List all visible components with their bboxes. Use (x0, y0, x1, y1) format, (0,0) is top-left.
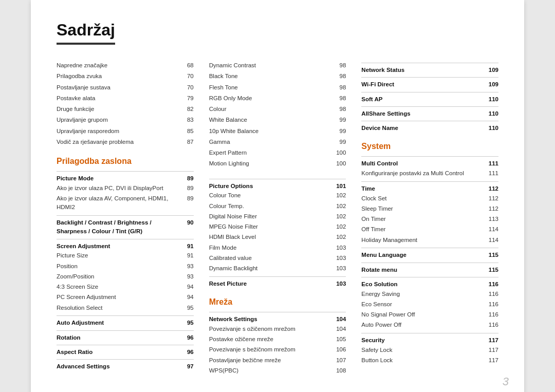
list-item: Povezivanje s bežičnom mrežom106 (209, 345, 346, 355)
list-item: Upravljanje rasporedom85 (57, 126, 194, 137)
divider-entry: Rotate menu115 (361, 263, 498, 274)
list-item: No Signal Power Off116 (361, 310, 498, 320)
divider-entry: Device Name110 (361, 121, 498, 133)
col1-section-heading: Prilagodba zaslona (57, 157, 194, 166)
list-item: White Balance99 (209, 115, 346, 125)
list-item: Postavke alata79 (57, 93, 194, 104)
divider-entry: Screen Adjustment91Picture Size91Positio… (57, 239, 194, 313)
divider-entry: Aspect Ratio96 (57, 345, 194, 357)
list-item: Auto Power Off116 (361, 320, 498, 330)
list-item: Ako je izvor ulaza AV, Component, HDMI1,… (57, 194, 194, 213)
list-item: Black Tone98 (209, 71, 346, 82)
list-item: Upravljanje grupom83 (57, 115, 194, 125)
divider-entry: Network Settings104Povezivanje s ožičeno… (209, 312, 346, 376)
list-item: 10p White Balance99 (209, 126, 346, 137)
col3-simple-list: Network Status109Wi-Fi Direct109Soft AP1… (361, 63, 498, 133)
columns-wrapper: Napredne značajke68Prilagodba zvuka70Pos… (57, 60, 498, 377)
divider-entry: Multi Control111Konfiguriranje postavki … (361, 156, 498, 179)
list-item: Ako je izvor ulaza PC, DVI ili DisplayPo… (57, 183, 194, 193)
list-item: Povezivanje s ožičenom mrežom104 (209, 324, 346, 334)
list-item: Button Lock117 (361, 356, 498, 366)
divider-entry: Time112Clock Set112Sleep Timer112On Time… (361, 181, 498, 246)
col1-simple-list: Napredne značajke68Prilagodba zvuka70Pos… (57, 60, 194, 147)
list-item: Prilagodba zvuka70 (57, 71, 194, 82)
col3: Network Status109Wi-Fi Direct109Soft AP1… (361, 60, 498, 377)
list-item: Dynamic Backlight103 (209, 264, 346, 274)
col2-network-dividers: Network Settings104Povezivanje s ožičeno… (209, 312, 346, 376)
divider-entry: Wi-Fi Direct109 (361, 77, 498, 89)
list-item: Gamma99 (209, 137, 346, 147)
list-item: Expert Pattern100 (209, 147, 346, 158)
list-item: HDMI Black Level102 (209, 232, 346, 242)
list-item: Zoom/Position93 (57, 271, 194, 282)
list-item: Calibrated value103 (209, 253, 346, 263)
divider-entry: Auto Adjustment95 (57, 315, 194, 327)
list-item: On Timer113 (361, 214, 498, 225)
list-item: Safety Lock117 (361, 345, 498, 355)
divider-entry: Soft AP110 (361, 92, 498, 104)
list-item: Clock Set112 (361, 193, 498, 203)
divider-entry: AllShare Settings110 (361, 106, 498, 118)
list-item: Vodič za rješavanje problema87 (57, 137, 194, 147)
divider-entry: Eco Solution116Energy Saving116Eco Senso… (361, 277, 498, 330)
col2: Dynamic Contrast98Black Tone98Flesh Tone… (209, 60, 362, 377)
list-item: Off Timer114 (361, 225, 498, 235)
col2-section-heading: Mreža (209, 297, 346, 307)
list-item: Energy Saving116 (361, 289, 498, 299)
divider-entry: Rotation96 (57, 330, 194, 342)
list-item: WPS(PBC)108 (209, 365, 346, 376)
col2-dividers: Picture Options101Colour Tone102Colour T… (209, 179, 346, 289)
list-item: Napredne značajke68 (57, 60, 194, 71)
col3-dividers: Multi Control111Konfiguriranje postavki … (361, 156, 498, 366)
col3-section-heading: System (361, 142, 498, 151)
list-item: RGB Only Mode98 (209, 93, 346, 104)
list-item: Holiday Management114 (361, 235, 498, 245)
divider-entry: Backlight / Contrast / Brightness / Shar… (57, 215, 194, 236)
divider-entry: Picture Mode89Ako je izvor ulaza PC, DVI… (57, 171, 194, 213)
list-item: 4:3 Screen Size94 (57, 282, 194, 292)
list-item: Postavke ožičene mreže105 (209, 334, 346, 345)
divider-entry: Reset Picture103 (209, 276, 346, 288)
list-item: Position93 (57, 261, 194, 271)
list-item: PC Screen Adjustment94 (57, 292, 194, 303)
col2-simple-list: Dynamic Contrast98Black Tone98Flesh Tone… (209, 60, 346, 170)
divider-entry: Security117Safety Lock117Button Lock117 (361, 333, 498, 366)
page-number: 3 (503, 375, 509, 388)
list-item: Postavljanje sustava70 (57, 82, 194, 93)
list-item: Postavljanje bežične mreže107 (209, 355, 346, 365)
divider-entry: Network Status109 (361, 63, 498, 74)
divider-entry: Menu Language115 (361, 248, 498, 259)
list-item: Motion Lighting100 (209, 158, 346, 169)
list-item: Film Mode103 (209, 242, 346, 253)
col1-dividers: Picture Mode89Ako je izvor ulaza PC, DVI… (57, 171, 194, 371)
list-item: Eco Sensor116 (361, 299, 498, 309)
page-title: Sadržaj (57, 21, 115, 45)
list-item: Picture Size91 (57, 251, 194, 261)
list-item: Flesh Tone98 (209, 82, 346, 93)
list-item: Konfiguriranje postavki za Multi Control… (361, 169, 498, 179)
list-item: Sleep Timer112 (361, 203, 498, 214)
col1: Napredne značajke68Prilagodba zvuka70Pos… (57, 60, 209, 377)
list-item: Digital Noise Filter102 (209, 211, 346, 221)
page: Sadržaj Napredne značajke68Prilagodba zv… (31, 0, 524, 392)
divider-entry: Picture Options101Colour Tone102Colour T… (209, 179, 346, 274)
list-item: MPEG Noise Filter102 (209, 222, 346, 232)
divider-entry: Advanced Settings97 (57, 359, 194, 371)
list-item: Colour Tone102 (209, 191, 346, 201)
list-item: Druge funkcije82 (57, 104, 194, 115)
list-item: Colour Temp.102 (209, 201, 346, 211)
list-item: Dynamic Contrast98 (209, 60, 346, 71)
list-item: Resolution Select95 (57, 303, 194, 313)
list-item: Colour98 (209, 104, 346, 115)
